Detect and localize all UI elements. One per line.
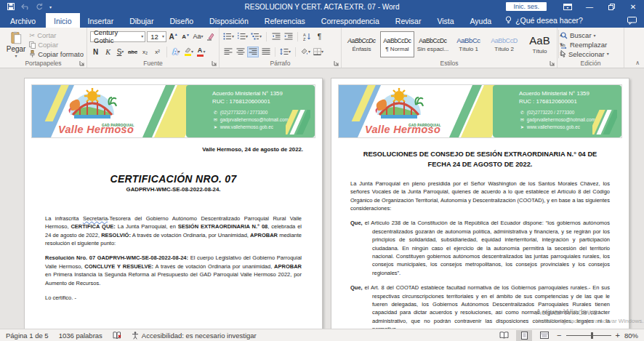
page-2[interactable]: Acuerdo Ministerial N° 1359 RUC : 176812…: [331, 78, 629, 329]
align-left-button[interactable]: [222, 47, 233, 57]
clear-formatting-icon[interactable]: [205, 31, 216, 42]
page-indicator[interactable]: Página 1 de 5: [6, 332, 49, 340]
clipboard-small-buttons: ✂Cortar Copiar Copiar formato: [29, 30, 84, 58]
redo-icon[interactable]: [36, 3, 43, 10]
clipboard-icon: [9, 31, 23, 44]
zoom-slider-thumb[interactable]: [591, 332, 593, 339]
strikethrough-button[interactable]: abc: [127, 47, 138, 57]
sign-in-button[interactable]: Inic. ses.: [506, 2, 547, 11]
tab-referencias[interactable]: Referencias: [257, 13, 313, 28]
ribbon: Pegar ▾ ✂Cortar Copiar Copiar formato Po…: [0, 28, 644, 68]
style-enfasis[interactable]: AaBbCcDc Énfasis: [345, 31, 379, 57]
tab-correspondencia[interactable]: Correspondencia: [313, 13, 387, 28]
numbering-button[interactable]: ▾: [236, 31, 249, 42]
copy-button[interactable]: Copiar: [29, 41, 84, 49]
justify-button[interactable]: [260, 47, 271, 57]
document-area[interactable]: Acuerdo Ministerial N° 1359 RUC : 176812…: [0, 69, 644, 329]
tab-disposicion[interactable]: Disposición: [201, 13, 257, 28]
line-spacing-button[interactable]: ▾: [279, 47, 291, 57]
estilos-label: Estilos: [342, 60, 557, 67]
shading-button[interactable]: ▾: [299, 47, 311, 57]
paste-button[interactable]: Pegar ▾: [3, 30, 29, 58]
font-name-combo[interactable]: Century Gothic▾: [90, 31, 145, 42]
tab-dibujar[interactable]: Dibujar: [121, 13, 161, 28]
read-mode-icon[interactable]: [496, 330, 512, 341]
italic-button[interactable]: K: [102, 47, 113, 57]
show-marks-button[interactable]: ¶: [314, 31, 325, 42]
portapapeles-label: Portapapeles: [0, 60, 86, 67]
phone-icon: ✆: [519, 109, 526, 116]
zoom-in-button[interactable]: +: [616, 331, 620, 340]
align-right-button[interactable]: [247, 47, 259, 57]
scissors-icon: ✂: [29, 31, 35, 39]
tab-revisar[interactable]: Revisar: [387, 13, 430, 28]
envelope-icon: ✉: [519, 116, 526, 124]
cert-paragraph-2: Resolución Nro. 07 GADPRVH-WMC-SE-08-202…: [45, 254, 302, 287]
increase-indent-button[interactable]: [283, 31, 294, 42]
style-titulo-1[interactable]: AaBbCc Título 1: [451, 31, 486, 57]
ribbon-tabs: Archivo Inicio Insertar Dibujar Diseño D…: [0, 13, 644, 28]
format-painter-button[interactable]: Copiar formato: [29, 49, 84, 58]
style-sin-espaciado[interactable]: AaBbCcDc Sin espaci...: [416, 31, 450, 57]
pointer-icon: ➤: [212, 124, 219, 131]
cut-button[interactable]: ✂Cortar: [29, 31, 84, 40]
select-button[interactable]: Seleccionar▾: [560, 49, 609, 58]
undo-icon[interactable]: [21, 4, 29, 10]
page-1[interactable]: Acuerdo Ministerial N° 1359 RUC : 176812…: [24, 78, 323, 329]
borders-button[interactable]: ▾: [313, 47, 324, 57]
status-bar: Página 1 de 5 1036 palabras Accesibilida…: [0, 329, 644, 341]
font-color-button[interactable]: A▾: [196, 47, 206, 57]
tab-diseno[interactable]: Diseño: [161, 13, 201, 28]
pointer-icon: ➤: [519, 124, 526, 131]
find-button[interactable]: Buscar▾: [560, 31, 609, 40]
ribbon-display-options-icon[interactable]: [557, 0, 579, 13]
style-titulo[interactable]: AaB Título: [523, 31, 557, 57]
save-icon[interactable]: [7, 3, 15, 10]
highlight-color-button[interactable]: ▾: [183, 47, 194, 57]
restore-button[interactable]: [600, 0, 622, 13]
change-case-button[interactable]: Aa▾: [193, 31, 204, 42]
tab-vista[interactable]: Vista: [429, 13, 462, 28]
customize-qat-icon[interactable]: ▾: [49, 4, 52, 9]
quick-access-toolbar: ▾: [0, 3, 52, 10]
group-portapapeles: Pegar ▾ ✂Cortar Copiar Copiar formato Po…: [0, 28, 87, 68]
zoom-out-button[interactable]: −: [557, 331, 561, 340]
print-layout-icon[interactable]: [516, 330, 532, 341]
sort-button[interactable]: AZ: [302, 31, 313, 42]
bold-button[interactable]: N: [90, 47, 101, 57]
decrease-indent-button[interactable]: [270, 31, 281, 42]
tab-inicio[interactable]: Inicio: [46, 13, 80, 28]
ruc: RUC : 1768120600001: [212, 98, 310, 106]
subscript-button[interactable]: x₂: [140, 47, 150, 57]
fuente-label: Fuente: [87, 60, 219, 67]
style-titulo-2[interactable]: AaBbCcD Título 2: [487, 31, 521, 57]
tab-ayuda[interactable]: Ayuda: [462, 13, 500, 28]
gad-logo: Valle Hermoso GAD PARROQUIAL: [363, 86, 455, 138]
replace-button[interactable]: abReemplazar: [560, 41, 609, 49]
multilevel-list-button[interactable]: ▾: [250, 31, 262, 42]
tab-insertar[interactable]: Insertar: [80, 13, 122, 28]
shrink-font-button[interactable]: A▼: [180, 31, 191, 42]
style-normal[interactable]: AaBbCcDc ¶ Normal: [380, 31, 414, 57]
text-effects-button[interactable]: A▾: [171, 47, 182, 57]
accessibility-status[interactable]: Accesibilidad: es necesario investigar: [132, 332, 257, 340]
superscript-button[interactable]: x²: [152, 47, 163, 57]
web-layout-icon[interactable]: [536, 330, 552, 341]
zoom-level[interactable]: 80%: [624, 332, 638, 340]
tab-archivo[interactable]: Archivo: [0, 13, 46, 28]
gad-logo: Valle Hermoso GAD PARROQUIAL: [57, 86, 148, 138]
proofing-errors-icon[interactable]: [113, 332, 121, 340]
bullets-button[interactable]: ▾: [222, 31, 235, 42]
font-size-combo[interactable]: 12▾: [147, 31, 166, 42]
word-count[interactable]: 1036 palabras: [59, 332, 102, 340]
zoom-slider[interactable]: [566, 330, 611, 341]
page2-body: La Junta Parroquial en pleno presidida p…: [350, 180, 610, 329]
align-center-button[interactable]: [235, 47, 246, 57]
underline-button[interactable]: S▾: [115, 47, 126, 57]
tell-me-box[interactable]: ¿Qué desea hacer?: [499, 13, 589, 28]
close-button[interactable]: ✕: [622, 0, 644, 13]
collapse-ribbon-icon[interactable]: ∧: [635, 60, 640, 66]
grow-font-button[interactable]: A▲: [168, 31, 179, 42]
minimize-button[interactable]: —: [579, 0, 600, 13]
comments-icon[interactable]: [627, 13, 644, 28]
